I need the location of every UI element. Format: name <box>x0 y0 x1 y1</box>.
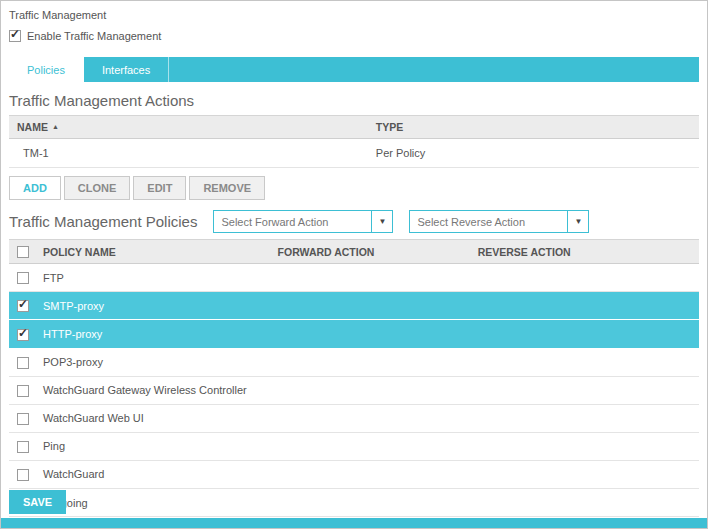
reverse-action-select-value: Select Reverse Action <box>410 216 525 228</box>
policy-name-cell: WatchGuard <box>35 460 270 488</box>
action-cell: Per Policy <box>368 139 699 168</box>
forward-action-select-value: Select Forward Action <box>214 216 328 228</box>
remove-button[interactable]: REMOVE <box>189 176 265 200</box>
forward-action-cell <box>270 348 470 376</box>
reverse-action-cell <box>470 376 699 404</box>
policy-row[interactable]: Outgoing <box>9 488 699 516</box>
forward-action-cell <box>270 460 470 488</box>
action-cell: TM-1 <box>9 139 368 168</box>
policy-row[interactable]: SMTP-proxy <box>9 292 699 320</box>
forward-action-cell <box>270 320 470 348</box>
actions-col-type[interactable]: TYPE <box>368 116 699 139</box>
policy-name-cell: Outgoing <box>35 488 270 516</box>
forward-action-cell <box>270 432 470 460</box>
policy-row[interactable]: FTP <box>9 264 699 292</box>
policy-row-checkbox[interactable] <box>17 441 29 453</box>
actions-table-header-row: NAME▲ TYPE <box>9 116 699 139</box>
chevron-down-icon[interactable]: ▼ <box>371 211 392 232</box>
enable-traffic-management-label: Enable Traffic Management <box>27 30 161 42</box>
tab-bar: Policies Interfaces <box>9 57 699 82</box>
policy-checkbox-cell <box>9 432 35 460</box>
select-all-checkbox[interactable] <box>17 246 29 258</box>
policy-row[interactable]: POP3-proxy <box>9 348 699 376</box>
policy-row-checkbox[interactable] <box>17 385 29 397</box>
page-title: Traffic Management <box>9 9 699 21</box>
edit-button[interactable]: EDIT <box>133 176 186 200</box>
forward-action-cell <box>270 488 470 516</box>
policy-checkbox-cell <box>9 292 35 320</box>
tab-interfaces[interactable]: Interfaces <box>84 57 169 82</box>
policy-row-checkbox[interactable] <box>17 329 29 341</box>
policy-row-checkbox[interactable] <box>17 413 29 425</box>
policy-checkbox-cell <box>9 320 35 348</box>
enable-traffic-management[interactable]: Enable Traffic Management <box>9 30 699 42</box>
policy-name-cell: POP3-proxy <box>35 348 270 376</box>
forward-action-cell <box>270 292 470 320</box>
policies-col-policy-name[interactable]: POLICY NAME <box>35 240 270 264</box>
policy-name-cell: HTTP-proxy <box>35 320 270 348</box>
reverse-action-cell <box>470 320 699 348</box>
policy-checkbox-cell <box>9 376 35 404</box>
policy-name-cell: WatchGuard Gateway Wireless Controller <box>35 376 270 404</box>
reverse-action-cell <box>470 264 699 292</box>
policy-row-checkbox[interactable] <box>17 272 29 284</box>
policy-checkbox-cell <box>9 460 35 488</box>
policy-checkbox-cell <box>9 348 35 376</box>
tab-policies[interactable]: Policies <box>9 57 84 82</box>
policy-checkbox-cell <box>9 404 35 432</box>
forward-action-cell <box>270 404 470 432</box>
forward-action-select[interactable]: Select Forward Action ▼ <box>213 210 393 233</box>
actions-button-group: ADDCLONEEDITREMOVE <box>9 176 699 200</box>
forward-action-cell <box>270 376 470 404</box>
actions-table-body: TM-1Per Policy <box>9 139 699 168</box>
reverse-action-select[interactable]: Select Reverse Action ▼ <box>409 210 589 233</box>
actions-col-name[interactable]: NAME▲ <box>9 116 368 139</box>
policies-col-forward-action[interactable]: FORWARD ACTION <box>270 240 470 264</box>
action-row[interactable]: TM-1Per Policy <box>9 139 699 168</box>
actions-table: NAME▲ TYPE TM-1Per Policy <box>9 115 699 168</box>
policy-row-checkbox[interactable] <box>17 357 29 369</box>
forward-action-cell <box>270 264 470 292</box>
reverse-action-cell <box>470 292 699 320</box>
clone-button[interactable]: CLONE <box>64 176 131 200</box>
policies-col-reverse-action[interactable]: REVERSE ACTION <box>470 240 699 264</box>
policy-row[interactable]: Ping <box>9 432 699 460</box>
policy-name-cell: SMTP-proxy <box>35 292 270 320</box>
chevron-down-icon[interactable]: ▼ <box>567 211 588 232</box>
reverse-action-cell <box>470 460 699 488</box>
add-button[interactable]: ADD <box>9 176 61 200</box>
reverse-action-cell <box>470 404 699 432</box>
policies-section-title: Traffic Management Policies <box>9 213 197 230</box>
policies-table: POLICY NAME FORWARD ACTION REVERSE ACTIO… <box>9 239 699 517</box>
traffic-management-page: Traffic Management Enable Traffic Manage… <box>0 0 708 529</box>
policy-row[interactable]: WatchGuard <box>9 460 699 488</box>
policy-row[interactable]: WatchGuard Web UI <box>9 404 699 432</box>
policy-row[interactable]: HTTP-proxy <box>9 320 699 348</box>
sort-ascending-icon: ▲ <box>52 123 59 130</box>
enable-traffic-management-checkbox[interactable] <box>9 30 21 42</box>
policy-row-checkbox[interactable] <box>17 300 29 312</box>
policy-row-checkbox[interactable] <box>17 469 29 481</box>
policies-table-header-row: POLICY NAME FORWARD ACTION REVERSE ACTIO… <box>9 240 699 264</box>
policy-name-cell: FTP <box>35 264 270 292</box>
actions-section-title: Traffic Management Actions <box>9 92 699 109</box>
footer-accent-bar <box>1 518 707 528</box>
reverse-action-cell <box>470 432 699 460</box>
save-button[interactable]: SAVE <box>9 490 66 514</box>
policy-name-cell: WatchGuard Web UI <box>35 404 270 432</box>
reverse-action-cell <box>470 348 699 376</box>
reverse-action-cell <box>470 488 699 516</box>
policies-table-body: FTPSMTP-proxyHTTP-proxyPOP3-proxyWatchGu… <box>9 264 699 517</box>
policy-checkbox-cell <box>9 264 35 292</box>
policies-header: Traffic Management Policies Select Forwa… <box>9 210 699 233</box>
policy-name-cell: Ping <box>35 432 270 460</box>
policy-row[interactable]: WatchGuard Gateway Wireless Controller <box>9 376 699 404</box>
